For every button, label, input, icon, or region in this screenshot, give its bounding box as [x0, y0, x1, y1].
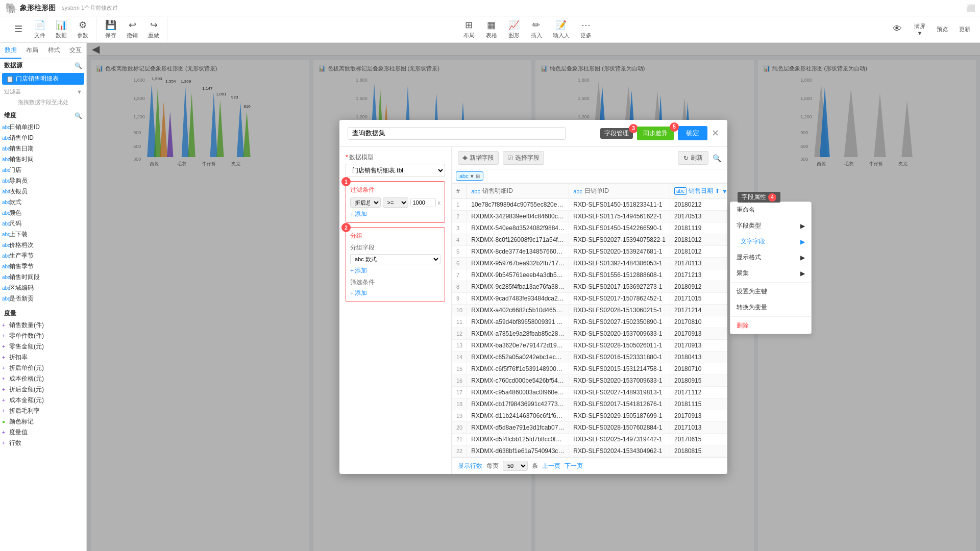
dim-颜色[interactable]: abc 颜色	[0, 208, 86, 218]
content-area: ◀ 📊 色板离散散标记层叠象形柱形图 (无形状背景) 1,800 1,500 1…	[87, 43, 980, 551]
dim-销售单ID[interactable]: abc 销售单ID	[0, 133, 86, 143]
show-rows-link[interactable]: 显示行数	[458, 462, 482, 470]
th-sort-icon: ⬆	[715, 188, 720, 194]
meas-颜色标记[interactable]: ● 颜色标记	[0, 416, 86, 427]
dim-款式[interactable]: abc 款式	[0, 197, 86, 208]
dim-销售季节[interactable]: abc 销售季节	[0, 261, 86, 272]
col-icon-abc3: abc	[674, 187, 687, 195]
menu-text-field[interactable]: 文字字段 ▶	[730, 234, 811, 249]
dim-type-icon: abc	[2, 199, 7, 205]
datasource-item[interactable]: 📋 门店销售明细表	[2, 73, 84, 85]
data-model-label: 数据模型	[346, 153, 445, 162]
menu-btn[interactable]: ☰	[8, 21, 29, 38]
dim-导购员[interactable]: abc 导购员	[0, 176, 86, 186]
data-table-container[interactable]: # abc 销售明细ID	[452, 183, 727, 457]
dim-type-icon: abc	[2, 232, 7, 237]
menu-set-primary-key[interactable]: 设置为主键	[730, 284, 811, 299]
close-btn[interactable]: ✕	[712, 128, 719, 139]
toolbar-center: ⊞ 布局 ▦ 表格 📈 图形 ✏ 插入 📝 输入人 ⋯ 更多	[168, 17, 886, 41]
menu-rename[interactable]: 重命名	[730, 202, 811, 218]
meas-度量值[interactable]: + 度量值	[0, 427, 86, 438]
dim-区域编码[interactable]: abc 区域编码	[0, 283, 86, 293]
search-btn[interactable]: 🔍	[713, 154, 721, 162]
redo-btn[interactable]: ↪ 重做	[143, 17, 164, 41]
menu-delete[interactable]: 删除	[730, 318, 811, 334]
dim-日销单据ID[interactable]: abc 日销单据ID	[0, 122, 86, 133]
view-icon-btn[interactable]: 👁	[887, 21, 908, 37]
dialog-body: 数据模型 门店销售明细表.tbl 过滤条件	[339, 147, 727, 474]
more-btn[interactable]: ⋯ 更多	[576, 17, 596, 41]
chart-btn[interactable]: 📈 图形	[504, 17, 524, 41]
filter-op-select[interactable]: >=	[383, 197, 408, 208]
tab-layout[interactable]: 布局	[21, 43, 43, 59]
filter-cond-add-link[interactable]: +添加	[350, 289, 440, 297]
table-btn[interactable]: ▦ 表格	[481, 17, 502, 41]
filter-add-link[interactable]: +添加	[350, 210, 440, 218]
meas-成本价格[interactable]: + 成本价格(元)	[0, 373, 86, 384]
search-icon[interactable]: 🔍	[75, 62, 82, 69]
fullscreen-btn[interactable]: 满屏▼	[910, 20, 930, 38]
new-field-btn[interactable]: ✚ 新增字段	[458, 151, 499, 165]
confirm-btn[interactable]: 确定	[678, 126, 707, 140]
meas-icon: +	[2, 440, 7, 446]
group-field-select[interactable]: abc 款式	[350, 254, 440, 264]
dim-上下装[interactable]: abc 上下装	[0, 229, 86, 240]
dialog-footer: 显示行数 每页 50 100 条 上一页 下一页	[452, 457, 727, 474]
input-btn[interactable]: 📝 输入人	[549, 17, 574, 41]
insert-btn[interactable]: ✏ 插入	[526, 17, 547, 41]
dim-是否新贡[interactable]: abc 是否新贡	[0, 293, 86, 304]
menu-aggregate[interactable]: 聚集 ▶	[730, 265, 811, 281]
dim-门店[interactable]: abc 门店	[0, 165, 86, 176]
dialog-title-input[interactable]	[348, 127, 566, 140]
menu-display-format[interactable]: 显示格式 ▶	[730, 249, 811, 265]
th-dropdown-icon[interactable]: ▼	[722, 188, 727, 194]
group-add-link[interactable]: +添加	[350, 266, 440, 275]
filter-col-select[interactable]: 折后总...	[350, 197, 381, 208]
meas-销售数量[interactable]: + 销售数量(件)	[0, 320, 86, 331]
filter-val-input[interactable]	[410, 198, 436, 207]
footer-prev-btn[interactable]: 上一页	[542, 462, 560, 470]
meas-折扣率[interactable]: + 折扣率	[0, 352, 86, 363]
undo-btn[interactable]: ↩ 撤销	[122, 17, 142, 41]
meas-行数[interactable]: + 行数	[0, 438, 86, 448]
file-btn[interactable]: 📄 文件	[30, 17, 50, 41]
tab-data[interactable]: 数据	[0, 43, 21, 59]
preview-btn[interactable]: 预览	[932, 23, 952, 35]
layout-btn[interactable]: ⊞ 布局	[459, 17, 479, 41]
dim-生产季节[interactable]: abc 生产季节	[0, 251, 86, 261]
per-page-select[interactable]: 50 100	[503, 461, 528, 471]
col-type-dropdown[interactable]: abc ▼ ⊞	[456, 171, 483, 181]
meas-零单件数[interactable]: + 零单件数(件)	[0, 331, 86, 341]
dim-type-icon: abc	[2, 264, 7, 269]
dim-收银员[interactable]: abc 收银员	[0, 186, 86, 197]
update-btn[interactable]: 更新	[954, 23, 975, 35]
measures-label: 度量	[0, 307, 86, 320]
save-btn[interactable]: 💾 保存	[101, 17, 121, 41]
footer-next-btn[interactable]: 下一页	[565, 462, 583, 470]
tab-style[interactable]: 样式	[43, 43, 65, 59]
data-model-select[interactable]: 门店销售明细表.tbl	[346, 164, 445, 177]
params-btn[interactable]: ⚙ 参数	[72, 17, 93, 41]
dim-销售时间[interactable]: abc 销售时间	[0, 154, 86, 165]
tab-interact[interactable]: 交互	[65, 43, 86, 59]
dim-search-icon[interactable]: 🔍	[75, 112, 82, 119]
meas-零售金额[interactable]: + 零售金额(元)	[0, 341, 86, 352]
meas-折后金额[interactable]: + 折后金额(元)	[0, 384, 86, 395]
menu-convert-variable[interactable]: 转换为变量	[730, 299, 811, 315]
meas-折后毛利率[interactable]: + 折后毛利率	[0, 406, 86, 416]
table-row: 5RXDMX-8cde3774e13485766000553adf333f2d-…	[452, 246, 728, 258]
dialog-right-header: ✚ 新增字段 ☑ 选择字段 ↻ 刷新	[452, 147, 727, 169]
dim-销售时间段[interactable]: abc 销售时间段	[0, 272, 86, 283]
table-row: 18RXDMX-cb17f98436991c427730e5e50ddf0f0-…	[452, 398, 728, 410]
meas-成本金额[interactable]: + 成本金额(元)	[0, 395, 86, 406]
refresh-btn[interactable]: ↻ 刷新	[678, 151, 708, 165]
dim-尺码[interactable]: abc 尺码	[0, 218, 86, 229]
dim-销售日期[interactable]: abc 销售日期	[0, 143, 86, 154]
dim-价格档次[interactable]: abc 价格档次	[0, 240, 86, 251]
sync-diff-btn[interactable]: 同步差异	[637, 127, 674, 140]
data-btn[interactable]: 📊 数据	[51, 17, 71, 41]
menu-text-field-label: 文字字段	[741, 237, 765, 246]
menu-field-type[interactable]: 字段类型 ▶	[730, 218, 811, 234]
select-field-btn[interactable]: ☑ 选择字段	[503, 151, 544, 165]
meas-折后单价[interactable]: + 折后单价(元)	[0, 363, 86, 373]
